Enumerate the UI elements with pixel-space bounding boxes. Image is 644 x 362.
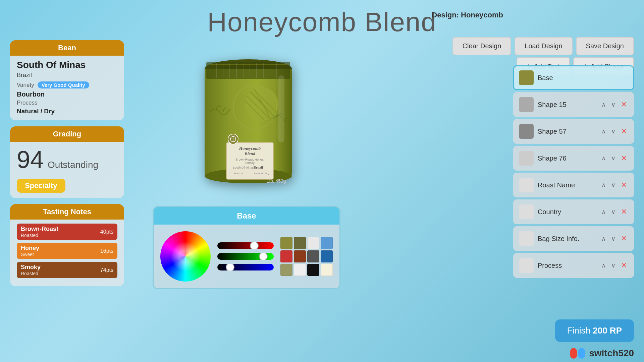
layer-item-process[interactable]: Process∧∨✕ xyxy=(513,253,634,278)
color-swatch[interactable] xyxy=(321,264,333,276)
layer-item-shape76[interactable]: Shape 76∧∨✕ xyxy=(513,146,634,171)
layer-thumbnail xyxy=(519,151,534,166)
layer-move-down-button[interactable]: ∨ xyxy=(610,234,617,243)
layer-thumbnail xyxy=(519,178,534,192)
load-design-button[interactable]: Load Design xyxy=(515,37,572,55)
layer-thumbnail xyxy=(519,97,534,112)
layer-move-up-button[interactable]: ∧ xyxy=(600,127,607,136)
color-swatch[interactable] xyxy=(280,237,292,249)
svg-text:Brazil: Brazil xyxy=(254,165,263,169)
finish-button[interactable]: Finish 200 RP xyxy=(555,319,634,342)
layer-delete-button[interactable]: ✕ xyxy=(620,180,628,190)
tasting-note-sub: Roasted xyxy=(21,271,41,276)
layer-move-down-button[interactable]: ∨ xyxy=(610,181,617,189)
svg-text:Blend: Blend xyxy=(244,151,255,156)
layer-thumbnail xyxy=(519,70,534,85)
tasting-note-sub: Sweet xyxy=(21,252,39,257)
grading-card: Grading 94 Outstanding Specialty xyxy=(10,126,124,198)
red-slider-track[interactable] xyxy=(217,242,274,249)
red-slider-row xyxy=(217,242,274,249)
layer-item-shape15[interactable]: Shape 15∧∨✕ xyxy=(513,92,634,117)
color-wheel[interactable] xyxy=(160,231,211,282)
color-swatch[interactable] xyxy=(280,250,292,262)
layer-delete-button[interactable]: ✕ xyxy=(620,234,628,244)
bean-name: South Of Minas xyxy=(17,60,117,70)
grade-number: 94 xyxy=(17,146,44,173)
layer-move-up-button[interactable]: ∧ xyxy=(600,234,607,243)
blue-slider-row xyxy=(217,264,274,270)
layer-move-down-button[interactable]: ∨ xyxy=(610,100,617,109)
layer-controls: ∧∨✕ xyxy=(600,207,628,217)
layer-item-roastname[interactable]: Roast Name∧∨✕ xyxy=(513,173,634,197)
layer-move-down-button[interactable]: ∨ xyxy=(610,127,617,136)
bean-process-name: Bourbon xyxy=(17,90,117,98)
color-swatch[interactable] xyxy=(280,264,292,276)
grade-row: 94 Outstanding xyxy=(17,146,117,173)
switch-icon xyxy=(570,348,586,359)
layer-move-up-button[interactable]: ∧ xyxy=(600,100,607,109)
layer-delete-button[interactable]: ✕ xyxy=(620,260,628,270)
tasting-notes-header: Tasting Notes xyxy=(10,204,124,220)
layer-name: Base xyxy=(538,74,628,82)
tasting-note-name: Smoky xyxy=(21,264,41,271)
green-slider-track[interactable] xyxy=(217,253,274,260)
layer-move-down-button[interactable]: ∨ xyxy=(610,261,617,270)
switch-brand-label: switch520 xyxy=(589,348,634,359)
tasting-note-item: Honey Sweet 16pts xyxy=(17,243,117,259)
green-slider-thumb[interactable] xyxy=(259,253,268,260)
layer-move-up-button[interactable]: ∧ xyxy=(600,261,607,270)
layer-delete-button[interactable]: ✕ xyxy=(620,207,628,217)
layer-controls: ∧∨✕ xyxy=(600,153,628,163)
tasting-note-pts: 40pts xyxy=(100,229,113,235)
color-swatch[interactable] xyxy=(307,237,319,249)
layer-controls: ∧∨✕ xyxy=(600,260,628,270)
bean-process-value: Natural / Dry xyxy=(17,108,117,115)
bean-process-label: Process xyxy=(17,100,117,106)
color-swatch[interactable] xyxy=(307,264,319,276)
layer-delete-button[interactable]: ✕ xyxy=(620,126,628,136)
color-swatch[interactable] xyxy=(294,264,306,276)
layer-delete-button[interactable]: ✕ xyxy=(620,100,628,110)
layer-move-down-button[interactable]: ∨ xyxy=(610,154,617,163)
layer-delete-button[interactable]: ✕ xyxy=(620,153,628,163)
switch-logo: switch520 xyxy=(570,348,634,359)
layer-name: Roast Name xyxy=(538,181,596,189)
layer-item-base[interactable]: Base xyxy=(513,65,634,90)
layer-item-shape57[interactable]: Shape 57∧∨✕ xyxy=(513,119,634,144)
svg-text:Brown-Roast, Honey,: Brown-Roast, Honey, xyxy=(236,158,264,161)
tasting-note-item: Brown-Roast Roasted 40pts xyxy=(17,224,117,240)
layer-thumbnail xyxy=(519,231,534,246)
layer-name: Shape 15 xyxy=(538,101,596,109)
specialty-badge: Specialty xyxy=(17,179,65,193)
clear-design-button[interactable]: Clear Design xyxy=(452,37,512,55)
layer-controls: ∧∨✕ xyxy=(600,126,628,136)
blue-slider-thumb[interactable] xyxy=(226,264,234,270)
layer-thumbnail xyxy=(519,258,534,273)
color-swatch[interactable] xyxy=(321,237,333,249)
design-label: Design: Honeycomb xyxy=(432,11,503,19)
page-title: Honeycomb Blend xyxy=(0,7,644,38)
finish-label-rp: 200 RP xyxy=(593,325,622,336)
red-slider-thumb[interactable] xyxy=(250,242,259,249)
design-label-text: Design: xyxy=(432,11,459,19)
tasting-note-name: Brown-Roast xyxy=(21,226,58,233)
layer-item-bagsizeinfo[interactable]: Bag Size Info.∧∨✕ xyxy=(513,226,634,251)
save-design-button[interactable]: Save Design xyxy=(576,37,634,55)
color-swatch[interactable] xyxy=(294,250,306,262)
blue-slider-track[interactable] xyxy=(217,264,274,270)
color-swatch[interactable] xyxy=(307,250,319,262)
layer-move-up-button[interactable]: ∧ xyxy=(600,207,607,216)
tasting-note-item: Smoky Roasted 74pts xyxy=(17,262,117,278)
tasting-note-pts: 16pts xyxy=(100,248,113,254)
color-swatch[interactable] xyxy=(321,250,333,262)
layer-item-country[interactable]: Country∧∨✕ xyxy=(513,199,634,224)
bean-card: Bean South Of Minas Brazil Variety Very … xyxy=(10,40,124,120)
color-swatch[interactable] xyxy=(294,237,306,249)
switch-left-joycon xyxy=(570,348,577,359)
layer-move-down-button[interactable]: ∨ xyxy=(610,207,617,216)
layer-move-up-button[interactable]: ∧ xyxy=(600,154,607,163)
layer-controls: ∧∨✕ xyxy=(600,100,628,110)
layer-thumbnail xyxy=(519,124,534,139)
layer-name: Shape 76 xyxy=(538,155,596,162)
layer-move-up-button[interactable]: ∧ xyxy=(600,181,607,189)
